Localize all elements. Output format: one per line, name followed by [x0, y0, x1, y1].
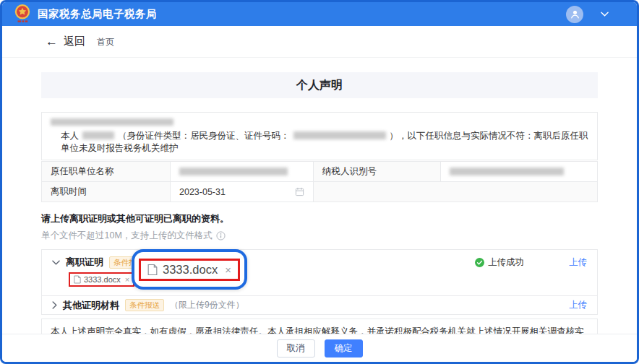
- uploaded-file-chip[interactable]: 3333.docx ×: [69, 272, 134, 287]
- info-icon[interactable]: [216, 231, 226, 240]
- calendar-icon: [295, 187, 304, 196]
- action-footer: 取消 确定: [2, 334, 637, 362]
- header-right-group: [566, 6, 626, 23]
- legal-statement-text: 本人上述声明完全真实，如有虚假，愿承担法律责任。本人承担相应解释义务，并承诺积极…: [51, 326, 584, 334]
- legal-statement-box: 本人上述声明完全真实，如有虚假，愿承担法律责任。本人承担相应解释义务，并承诺积极…: [41, 318, 598, 334]
- page-title: 个人声明: [296, 78, 343, 93]
- chevron-collapsed-icon[interactable]: [52, 301, 57, 309]
- table-row: 离职时间 2023-05-31: [42, 182, 598, 202]
- uploaded-files-row: 3333.docx ×: [42, 270, 597, 295]
- redacted-name: [82, 131, 114, 139]
- section-right-group: 上传成功 上传: [475, 256, 587, 269]
- label-company-name: 原任职单位名称: [42, 162, 171, 182]
- employment-info-table: 原任职单位名称 纳税人识别号 离职时间 2023-05-31: [41, 161, 598, 202]
- declaration-intro-box: 本人（身份证件类型：居民身份证、证件号码：），以下任职信息与实际情况不符：离职后…: [41, 112, 598, 160]
- label-leave-date: 离职时间: [42, 182, 171, 202]
- back-label: 返回: [64, 35, 85, 48]
- redacted-company-name: [179, 168, 288, 176]
- app-header: 国家税务总局电子税务局: [2, 2, 637, 26]
- user-avatar[interactable]: [566, 6, 583, 23]
- upload-note: 单个文件不超过10M，支持上传的文件格式: [41, 230, 598, 241]
- back-arrow-icon: ←: [46, 35, 58, 48]
- file-limit-note: （限上传9份文件）: [170, 299, 244, 311]
- callout-file-chip: 3333.docx ×: [139, 259, 240, 281]
- remove-file-icon[interactable]: ×: [125, 276, 129, 284]
- app-title: 国家税务总局电子税务局: [38, 7, 157, 21]
- upload-status: 上传成功: [475, 256, 524, 269]
- magnifier-callout-annotation: 3333.docx ×: [132, 249, 247, 290]
- chevron-down-icon[interactable]: [601, 12, 609, 17]
- taxpayer-id-value: [441, 162, 598, 182]
- app-window: 国家税务总局电子税务局 ← 返回 首页 个人声明: [0, 0, 639, 364]
- chevron-expanded-icon[interactable]: [52, 260, 60, 265]
- redacted-heading: [51, 118, 173, 126]
- tax-bureau-emblem-logo: [13, 4, 32, 25]
- section-other-materials: 其他证明材料 条件报送 （限上传9份文件） 上传: [42, 295, 597, 314]
- breadcrumb-home[interactable]: 首页: [97, 35, 114, 48]
- document-icon: [74, 275, 81, 284]
- success-check-icon: [475, 258, 484, 267]
- intro-text-part2: （身份证件类型：居民身份证、证件号码：: [118, 131, 290, 141]
- upload-button-resignation[interactable]: 上传: [569, 256, 587, 269]
- cancel-button[interactable]: 取消: [277, 339, 315, 358]
- redacted-taxpayer-id: [450, 168, 564, 176]
- label-taxpayer-id: 纳税人识别号: [314, 162, 441, 182]
- back-button[interactable]: ← 返回: [46, 35, 85, 48]
- section-title: 离职证明: [66, 256, 103, 269]
- table-row: 原任职单位名称 纳税人识别号: [42, 162, 598, 182]
- conditional-report-badge: 条件报送: [125, 299, 164, 311]
- main-content: 个人声明 本人（身份证件类型：居民身份证、证件号码：），以下任职信息与实际情况不…: [2, 58, 637, 334]
- declaration-intro-text: 本人（身份证件类型：居民身份证、证件号码：），以下任职信息与实际情况不符：离职后…: [51, 130, 588, 155]
- leave-date-value: 2023-05-31: [179, 187, 226, 197]
- upload-button-other[interactable]: 上传: [569, 299, 587, 311]
- leave-date-field[interactable]: 2023-05-31: [171, 182, 314, 202]
- redacted-id-number: [293, 131, 386, 139]
- file-name: 3333.docx: [84, 275, 121, 284]
- intro-text-part1: 本人: [61, 131, 79, 141]
- callout-file-name: 3333.docx: [163, 263, 218, 277]
- section-title: 其他证明材料: [63, 299, 119, 312]
- section-resignation-proof: 离职证明 条件报送 （限上传1份文件） 上传成功 上传: [42, 250, 597, 270]
- confirm-button[interactable]: 确定: [325, 339, 363, 358]
- upload-panel: 离职证明 条件报送 （限上传1份文件） 上传成功 上传: [41, 249, 598, 315]
- callout-remove-file-icon: ×: [225, 264, 231, 275]
- upload-note-text: 单个文件不超过10M，支持上传的文件格式: [41, 230, 213, 241]
- upload-status-text: 上传成功: [488, 256, 524, 269]
- company-name-value: [171, 162, 314, 182]
- upload-instruction: 请上传离职证明或其他可证明已离职的资料。: [41, 213, 598, 225]
- person-icon: [570, 9, 580, 20]
- document-icon: [147, 264, 158, 276]
- page-title-banner: 个人声明: [41, 72, 598, 98]
- breadcrumb: ← 返回 首页: [2, 26, 637, 58]
- empty-cell: [314, 182, 598, 202]
